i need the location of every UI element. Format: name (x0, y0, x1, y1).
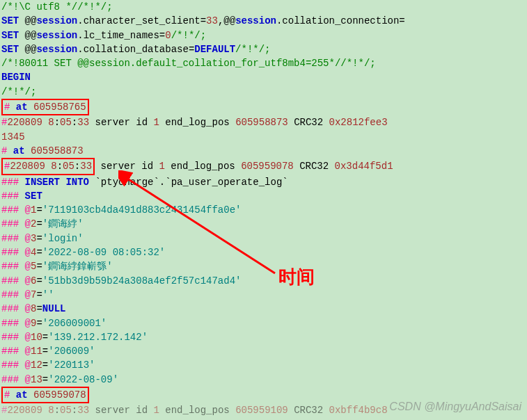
code-line: SET @@session.collation_database=DEFAULT… (0, 42, 527, 56)
code-line: #220809 8:05:33 server id 1 end_log_pos … (0, 158, 527, 175)
code-line: ### @4='2022-08-09 08:05:32' (0, 245, 527, 259)
code-line: ### SET (0, 189, 527, 203)
code-line: #220809 8:05:33 server id 1 end_log_pos … (0, 115, 527, 129)
code-line: # at 605958765 (0, 99, 527, 115)
watermark: CSDN @MingyuAndSaisai (389, 398, 521, 414)
code-line: ### @2='鐧诲綍' (0, 217, 527, 231)
highlight-box: # at 605959078 (1, 387, 89, 403)
highlight-box: # at 605958765 (1, 99, 89, 115)
annotation-label: 时间 (278, 264, 315, 291)
code-line: 1345 (0, 130, 527, 144)
code-line: BEGIN (0, 70, 527, 84)
code-line: ### @8=NULL (0, 302, 527, 316)
code-line: ### @6='51bb3d9b59b24a308a4ef2f57c147ad4… (0, 274, 527, 288)
code-line: ### @3='login' (0, 232, 527, 245)
code-line: /*!\C utf8 *//*!*/; (0, 0, 527, 14)
code-line: ### INSERT INTO `ptycharge`.`pa_user_ope… (0, 175, 527, 189)
code-line: ### @7='' (0, 288, 527, 302)
code-line: # at 605958873 (0, 144, 527, 158)
code-line: ### @1='7119103cb4da491d883c2431454ffa0e… (0, 203, 527, 217)
code-line: /*!*/; (0, 85, 527, 99)
code-line: ### @10='139.212.172.142' (0, 330, 527, 344)
code-line: ### @13='2022-08-09' (0, 373, 527, 387)
code-line: ### @11='206009' (0, 344, 527, 358)
code-line: ### @5='鐧诲綍鎿嶄綔' (0, 259, 527, 273)
code-line: ### @12='220113' (0, 358, 527, 372)
code-line: ### @9='206009001' (0, 316, 527, 330)
highlight-box: #220809 8:05:33 (1, 158, 95, 175)
code-line: SET @@session.character_set_client=33,@@… (0, 14, 527, 28)
code-line: SET @@session.lc_time_names=0/*!*/; (0, 29, 527, 42)
code-line: /*!80011 SET @@session.default_collation… (0, 56, 527, 70)
